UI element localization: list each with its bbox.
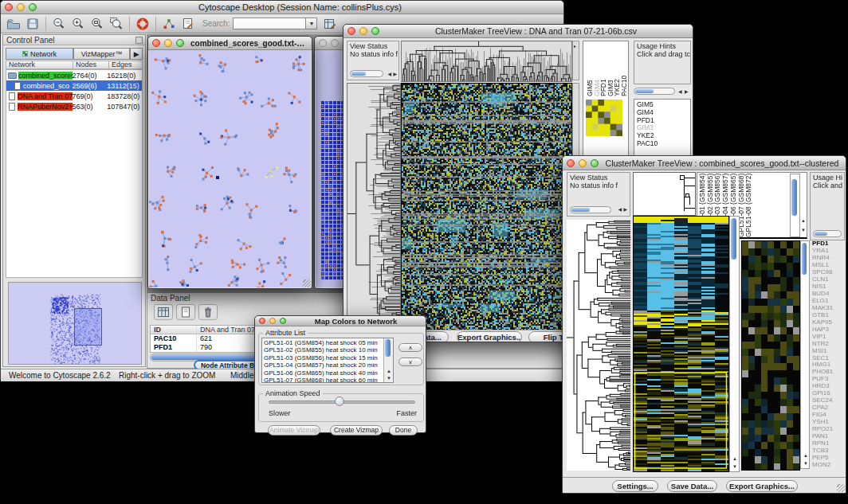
minimize-button[interactable]	[359, 27, 367, 35]
column-dendrogram[interactable]	[401, 41, 572, 82]
close-button[interactable]	[259, 318, 265, 324]
network1-titlebar[interactable]: combined_scores_good.txt--cluste...	[148, 37, 312, 50]
scroll-left-icon[interactable]: ◀	[618, 206, 622, 213]
scrollbar-thumb[interactable]	[791, 179, 797, 216]
gene-label[interactable]: RPN1	[812, 440, 846, 447]
zoom-selected-icon[interactable]	[107, 16, 126, 32]
attr-col-id[interactable]: ID	[151, 326, 197, 334]
resize-grip[interactable]	[837, 484, 845, 492]
scrollbar-thumb[interactable]	[802, 243, 807, 275]
gene-label[interactable]: MSL1	[812, 262, 846, 269]
close-button[interactable]	[567, 159, 575, 167]
gene-label[interactable]: NIS1	[812, 283, 846, 291]
heatmap-vscrollbar[interactable]: ▲ ▼	[729, 216, 740, 472]
help-lifering-icon[interactable]	[133, 16, 152, 32]
close-button[interactable]	[5, 3, 13, 11]
gene-label[interactable]: ELG1	[812, 298, 846, 305]
gene-label[interactable]: VIP1	[812, 334, 846, 341]
resize-grip[interactable]	[303, 279, 311, 287]
network1-view[interactable]	[149, 50, 311, 287]
birdseye-canvas[interactable]	[9, 283, 141, 364]
scroll-up-icon[interactable]: ▲	[803, 452, 808, 459]
scrollbar-thumb[interactable]	[351, 72, 366, 76]
scroll-right-icon[interactable]: ▶	[393, 71, 397, 77]
gene-label[interactable]: PFD1	[812, 240, 846, 248]
network-map-icon[interactable]	[159, 16, 179, 32]
zoom-in-icon[interactable]	[69, 16, 88, 32]
zoom-button[interactable]	[591, 159, 599, 167]
scrollbar-thumb[interactable]	[731, 218, 736, 260]
search-input[interactable]	[233, 18, 306, 29]
gene-label[interactable]: HMG1	[812, 361, 846, 369]
zoom-button[interactable]	[176, 39, 184, 47]
float-panel-icon[interactable]	[135, 37, 143, 44]
treeview2-titlebar[interactable]: ClusterMaker TreeView : combined_scores_…	[563, 156, 846, 170]
scroll-right-icon[interactable]: ▶	[623, 206, 627, 213]
gene-label[interactable]: PAN1	[812, 433, 846, 440]
heatmap[interactable]	[633, 216, 729, 472]
move-up-button[interactable]: ∧	[398, 343, 422, 352]
minimize-button[interactable]	[331, 39, 339, 47]
vscrollbar[interactable]	[790, 174, 800, 237]
move-down-button[interactable]: ∨	[398, 357, 422, 366]
dialog-titlebar[interactable]: Map Colors to Network	[255, 316, 426, 326]
attribute-list-item[interactable]: GPL51-03 (GSM856) heat shock 15 min	[264, 354, 383, 361]
gene-label[interactable]: SEC24	[812, 397, 846, 404]
hscrollbar[interactable]	[570, 206, 611, 213]
minimize-button[interactable]	[579, 159, 587, 167]
speed-slider-thumb[interactable]	[335, 397, 344, 406]
gene-label[interactable]: PHO81	[812, 369, 846, 376]
attribute-list-item[interactable]: GPL51-07 (GSM868) heat shock 60 min	[264, 377, 383, 383]
save-icon[interactable]	[23, 16, 42, 32]
attribute-list-item[interactable]: GPL51-04 (GSM857) heat shock 20 min	[264, 361, 383, 369]
mini-heatmap[interactable]	[586, 100, 622, 136]
zoom-button[interactable]	[280, 318, 286, 324]
close-button[interactable]	[152, 39, 160, 47]
zoom-button[interactable]	[371, 27, 379, 35]
gene-label[interactable]: CLN1	[812, 276, 846, 283]
gene-label[interactable]: GPI16	[812, 390, 846, 397]
attribute-list-item[interactable]: GPL51-06 (GSM865) heat shock 40 min	[264, 369, 383, 377]
heatmap[interactable]	[401, 83, 572, 333]
tab-overflow-arrow[interactable]: ▶	[130, 48, 143, 60]
column-dendrogram[interactable]	[633, 172, 696, 216]
zoom-out-icon[interactable]	[49, 16, 69, 32]
gene-label[interactable]: MON2	[812, 462, 846, 469]
gene-label[interactable]: RNR4	[812, 255, 846, 262]
close-button[interactable]	[319, 39, 327, 47]
gene-label[interactable]: HRD3	[812, 383, 846, 390]
row-dendrogram[interactable]	[567, 220, 630, 471]
zoom-fit-icon[interactable]	[88, 16, 107, 32]
scroll-right-icon[interactable]: ▶	[685, 88, 689, 95]
birdseye-view[interactable]	[8, 282, 142, 365]
column-header-nodes[interactable]: Nodes	[73, 61, 109, 69]
network-list-row[interactable]: DNA and Tran 07769(0)183728(0)	[6, 91, 142, 101]
tab-vizmapper[interactable]: VizMapper™	[73, 48, 130, 60]
row-dendrogram[interactable]	[347, 83, 401, 333]
scrollbar-thumb[interactable]	[815, 232, 827, 236]
save-data-button[interactable]: Save Data...	[667, 480, 717, 492]
network-list-row[interactable]: combined_scores2764(0)16218(0)	[6, 70, 142, 80]
gene-label[interactable]: PUF3	[812, 376, 846, 383]
main-titlebar[interactable]: Cytoscape Desktop (Session Name: collins…	[1, 1, 563, 14]
tab-network[interactable]: Network	[6, 48, 73, 60]
scroll-down-icon[interactable]: ▼	[801, 227, 806, 233]
gene-label[interactable]: SEC1	[812, 355, 846, 362]
gene-label[interactable]: FIG4	[812, 412, 846, 419]
export-graphics-button[interactable]: Export Graphics...	[726, 480, 798, 492]
hscrollbar[interactable]	[350, 70, 383, 77]
open-folder-icon[interactable]	[4, 16, 23, 32]
column-header-network[interactable]: Network	[6, 61, 73, 69]
zoom-vscrollbar[interactable]: ▲ ▼	[800, 240, 810, 469]
column-header-edges[interactable]: Edges	[109, 61, 143, 69]
gene-label[interactable]: CPA2	[812, 404, 846, 412]
create-vizmap-button[interactable]: Create Vizmap	[330, 425, 383, 436]
gene-label[interactable]: MAK31	[812, 305, 846, 312]
scroll-down-icon[interactable]: ▼	[387, 375, 391, 381]
minimize-button[interactable]	[164, 39, 172, 47]
gene-label[interactable]: GTB1	[812, 312, 846, 319]
gene-label[interactable]: SPC98	[812, 269, 846, 276]
scroll-up-icon[interactable]: ▲	[801, 217, 806, 224]
export-graphics-button[interactable]: Export Graphics...	[457, 331, 522, 342]
network-list-row[interactable]: RNAPuberNov2+!563(0)107847(0)	[6, 101, 142, 111]
